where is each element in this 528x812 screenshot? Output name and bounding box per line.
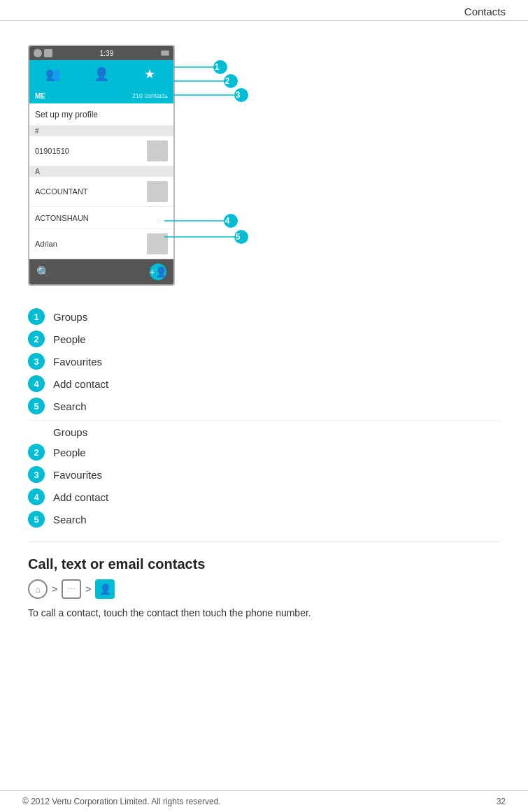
legend-label-4: Add contact (53, 378, 108, 390)
legend-label-3: Favourites (53, 356, 102, 368)
contact-avatar (147, 233, 168, 254)
badge2-3: 3 (28, 466, 45, 483)
footer-page: 32 (497, 797, 506, 806)
badge-3: 3 (28, 353, 45, 370)
legend2-item-3: 3 Favourites (28, 466, 500, 483)
phone-status-bar: 1:39 (29, 46, 173, 60)
arrow-2: > (85, 583, 91, 595)
footer-copyright: © 2012 Vertu Corporation Limited. All ri… (22, 797, 221, 806)
contact-row-accountant[interactable]: ACCOUNTANT (29, 177, 173, 207)
contact-avatar (147, 140, 168, 161)
legend-item-2: 2 People (28, 331, 500, 347)
search-icon[interactable]: 🔍 (36, 266, 50, 279)
legend-item-4: 4 Add contact (28, 375, 500, 392)
nav-icons-row: ⌂ > ⋯ > 👤 (28, 579, 500, 599)
badge-4: 4 (28, 375, 45, 392)
section-divider (28, 542, 500, 542)
legend2-label-1-text: Groups (28, 426, 87, 438)
section-header-hash: # (29, 126, 173, 136)
groups-tab[interactable]: 👥 (29, 66, 78, 82)
contact-avatar (147, 181, 168, 202)
svg-text:1: 1 (215, 62, 220, 72)
svg-point-10 (224, 214, 238, 228)
legend2-label-4: Add contact (53, 491, 108, 503)
status-time: 1:39 (100, 50, 113, 57)
people-tab[interactable]: 👤 (78, 66, 126, 82)
phone-tabs[interactable]: 👥 👤 ★ (29, 60, 173, 88)
badge-2: 2 (28, 331, 45, 347)
callout-lines-svg: 1 2 3 4 5 (164, 45, 262, 268)
legend-block-2: Groups 2 People 3 Favourites 4 Add conta… (28, 420, 500, 528)
page-footer: © 2012 Vertu Corporation Limited. All ri… (0, 790, 528, 812)
arrow-1: > (52, 583, 57, 595)
contact-list: Set up my profile # 01901510 A ACCOUNTAN… (29, 103, 173, 259)
contacts-sub-header: ME 210 contacts (29, 88, 173, 103)
status-icons (34, 49, 52, 57)
phone-mockup: 1:39 👥 👤 ★ (28, 45, 175, 286)
legend2-item-5: 5 Search (28, 511, 500, 528)
phone-bottom-bar: 🔍 +👤 (29, 259, 173, 284)
home-icon: ⌂ (28, 579, 48, 599)
contact-name: ACTONSHAUN (35, 214, 89, 222)
legend2-label-5: Search (53, 514, 87, 525)
signal-icon (44, 49, 52, 57)
right-status-icons (161, 50, 169, 56)
svg-text:2: 2 (225, 76, 230, 86)
legend-label-1: Groups (53, 311, 87, 323)
battery-icon (161, 50, 169, 56)
section-heading: Call, text or email contacts (28, 556, 500, 572)
legend2-item-2: 2 People (28, 444, 500, 461)
legend-item-1: 1 Groups (28, 308, 500, 325)
page-header: Contacts (0, 0, 528, 21)
section-call-text-email: Call, text or email contacts ⌂ > ⋯ > 👤 T… (28, 556, 500, 621)
svg-text:5: 5 (236, 232, 241, 242)
contacts-icon: 👤 (95, 579, 115, 599)
legend-block-1: 1 Groups 2 People 3 Favourites 4 Add con… (28, 308, 500, 414)
svg-text:4: 4 (225, 216, 230, 226)
contact-name: ACCOUNTANT (35, 187, 88, 196)
legend2-item-4: 4 Add contact (28, 488, 500, 505)
profile-item[interactable]: Set up my profile (29, 103, 173, 126)
svg-point-4 (224, 74, 238, 88)
apps-icon: ⋯ (62, 579, 81, 599)
svg-point-7 (234, 88, 248, 102)
badge-5: 5 (28, 398, 45, 414)
badge2-5: 5 (28, 511, 45, 528)
legend-label-5: Search (53, 400, 87, 412)
legend-item-5: 5 Search (28, 398, 500, 414)
legend-label-2: People (53, 333, 86, 345)
legend2-label-2: People (53, 447, 86, 458)
favourites-tab[interactable]: ★ (125, 66, 173, 82)
svg-text:3: 3 (236, 90, 241, 100)
badge-1: 1 (28, 308, 45, 325)
sim-icon (34, 49, 42, 57)
page-title: Contacts (464, 6, 506, 17)
badge2-2: 2 (28, 444, 45, 461)
people-icon: 👤 (94, 66, 109, 82)
section-header-a: A (29, 166, 173, 177)
description-text: To call a contact, touch the contact the… (28, 606, 500, 621)
svg-point-1 (213, 60, 227, 74)
contact-row-01901510[interactable]: 01901510 (29, 136, 173, 166)
contact-row-actonshaun[interactable]: ACTONSHAUN (29, 207, 173, 229)
add-contact-icon[interactable]: +👤 (150, 263, 166, 280)
svg-point-13 (234, 230, 248, 244)
contact-count: 210 contacts (132, 92, 168, 99)
legend2-label-3: Favourites (53, 469, 102, 481)
badge2-4: 4 (28, 488, 45, 505)
contact-row-adrian[interactable]: Adrian (29, 229, 173, 259)
contact-name: 01901510 (35, 147, 69, 155)
legend-item-3: 3 Favourites (28, 353, 500, 370)
groups-icon: 👥 (45, 66, 61, 82)
legend2-item-1: Groups (28, 426, 500, 438)
profile-link-text: Set up my profile (35, 110, 98, 119)
mockup-section: 1:39 👥 👤 ★ (28, 38, 500, 286)
me-label: ME (35, 92, 45, 100)
contact-name: Adrian (35, 240, 57, 248)
main-content: 1:39 👥 👤 ★ (0, 21, 528, 637)
star-icon: ★ (144, 66, 155, 82)
